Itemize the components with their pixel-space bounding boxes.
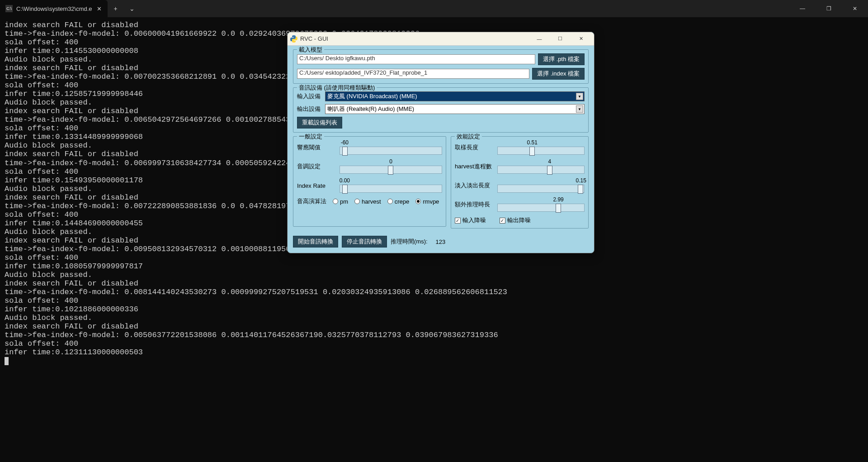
titlebar: C:\ C:\Windows\system32\cmd.e ✕ + ⌄ — ❐ …	[0, 0, 868, 17]
output-device-label: 輸出設備	[297, 105, 322, 113]
pitch-algo-label: 音高演算法	[297, 197, 326, 205]
choose-pth-button[interactable]: 選擇 .pth 檔案	[538, 53, 585, 65]
stop-convert-button[interactable]: 停止音訊轉換	[342, 236, 387, 248]
index-path-input[interactable]: C:/Users/ esktop/added_IVF3720_Flat_npro…	[297, 69, 529, 79]
threshold-label: 響應閾值	[297, 143, 337, 152]
harvest-threads-label: harvest進程數	[455, 162, 495, 171]
window-controls: — ❐ ✕	[789, 0, 868, 17]
pitch-slider[interactable]: 0	[340, 159, 442, 174]
output-device-select[interactable]: 喇叭器 (Realtek(R) Audio) (MME) ▼	[325, 104, 585, 114]
audio-device-group: 音訊設備 (請使用同種類驅動) 輸入設備 麥克風 (NVIDIA Broadca…	[293, 87, 589, 133]
tab-title: C:\Windows\system32\cmd.e	[16, 5, 92, 12]
general-settings-group: 一般設定 響應閾值 -60 音調設定 0	[293, 136, 446, 227]
python-icon	[290, 35, 297, 43]
extra-infer-label: 額外推理時長	[455, 200, 495, 209]
sample-length-value: 0.51	[527, 139, 537, 146]
close-button[interactable]: ✕	[842, 0, 868, 17]
start-convert-button[interactable]: 開始音訊轉換	[293, 236, 338, 248]
input-device-select[interactable]: 麥克風 (NVIDIA Broadcast) (MME) ▼	[325, 91, 585, 101]
performance-settings-group: 效能設定 取樣長度 0.51 harvest進程數 4	[451, 136, 589, 229]
fade-length-slider[interactable]: 0.15	[497, 178, 585, 193]
input-denoise-check[interactable]: ✓輸入降噪	[455, 216, 486, 224]
algo-radio-rmvpe[interactable]: rmvpe	[415, 198, 439, 205]
rvc-titlebar: RVC - GUI — ☐ ✕	[288, 32, 594, 46]
new-tab-button[interactable]: +	[108, 0, 124, 17]
threshold-value: -60	[341, 139, 349, 146]
performance-settings-title: 效能設定	[455, 133, 482, 141]
extra-infer-value: 2.99	[553, 196, 563, 203]
extra-infer-slider[interactable]: 2.99	[497, 197, 585, 212]
harvest-threads-slider[interactable]: 4	[497, 159, 585, 174]
pitch-label: 音調設定	[297, 162, 337, 171]
index-rate-value: 0.00	[340, 177, 350, 184]
fade-length-value: 0.15	[576, 177, 586, 184]
output-device-value: 喇叭器 (Realtek(R) Audio) (MME)	[327, 105, 414, 113]
index-rate-label: Index Rate	[297, 182, 337, 189]
choose-index-button[interactable]: 選擇 .index 檔案	[532, 68, 585, 80]
sample-length-label: 取樣長度	[455, 143, 495, 152]
maximize-button[interactable]: ❐	[816, 0, 842, 17]
harvest-threads-value: 4	[548, 158, 551, 165]
audio-device-title: 音訊設備 (請使用同種類驅動)	[297, 84, 377, 92]
rvc-window-title: RVC - GUI	[300, 35, 529, 42]
algo-radio-harvest[interactable]: harvest	[354, 198, 381, 205]
fade-length-label: 淡入淡出長度	[455, 181, 495, 190]
pitch-value: 0	[389, 158, 392, 165]
infer-time-label: 推理時間(ms):	[391, 238, 428, 246]
pth-path-input[interactable]: C:/Users/ Deskto igfkawu.pth	[297, 54, 535, 64]
load-model-title: 載入模型	[297, 46, 324, 54]
pitch-algo-row: 音高演算法 pmharvestcrepermvpe	[297, 197, 442, 205]
load-model-group: 載入模型 C:/Users/ Deskto igfkawu.pth 選擇 .pt…	[293, 49, 589, 84]
rvc-minimize-button[interactable]: —	[529, 33, 550, 45]
rvc-gui-window: RVC - GUI — ☐ ✕ 載入模型 C:/Users/ Deskto ig…	[287, 32, 594, 253]
tab-dropdown-icon[interactable]: ⌄	[124, 0, 140, 17]
threshold-slider[interactable]: -60	[340, 140, 442, 155]
index-rate-slider[interactable]: 0.00	[340, 178, 442, 193]
cmd-icon: C:\	[5, 5, 13, 12]
output-denoise-check[interactable]: ✓輸出降噪	[500, 216, 531, 224]
infer-time-value: 123	[436, 238, 446, 245]
input-device-label: 輸入設備	[297, 92, 322, 100]
rvc-maximize-button[interactable]: ☐	[550, 33, 571, 45]
reload-devices-button[interactable]: 重載設備列表	[297, 117, 342, 129]
terminal-tab[interactable]: C:\ C:\Windows\system32\cmd.e ✕	[0, 0, 108, 17]
input-device-value: 麥克風 (NVIDIA Broadcast) (MME)	[327, 92, 417, 100]
algo-radio-crepe[interactable]: crepe	[387, 198, 410, 205]
algo-radio-pm[interactable]: pm	[333, 198, 348, 205]
chevron-down-icon: ▼	[576, 105, 583, 113]
rvc-close-button[interactable]: ✕	[571, 33, 591, 45]
minimize-button[interactable]: —	[789, 0, 816, 17]
sample-length-slider[interactable]: 0.51	[497, 140, 585, 155]
general-settings-title: 一般設定	[297, 133, 324, 141]
tab-close-icon[interactable]: ✕	[96, 5, 103, 12]
chevron-down-icon: ▼	[576, 93, 583, 100]
